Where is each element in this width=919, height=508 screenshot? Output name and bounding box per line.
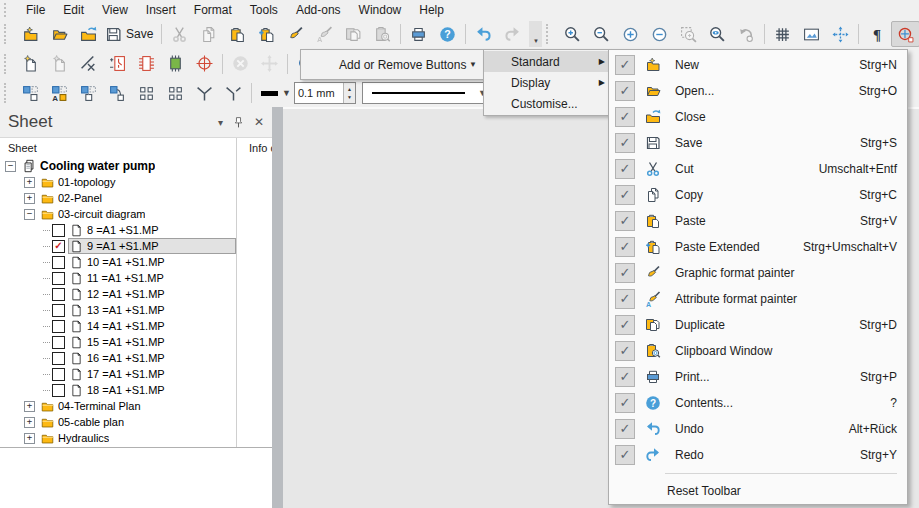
column-header-sheet[interactable]: Sheet [0, 138, 244, 158]
item-checkbox[interactable]: ✓ [615, 211, 635, 231]
snap-grid-button[interactable] [826, 21, 855, 47]
expander-minus-icon[interactable]: − [5, 161, 16, 172]
toolbar-grip[interactable] [4, 24, 12, 44]
paste-extended-button[interactable] [252, 21, 281, 47]
item-checkbox[interactable]: ✓ [615, 289, 635, 309]
edit-component-button[interactable] [132, 51, 161, 77]
t-junction-button[interactable] [190, 80, 219, 106]
delete-mode-button[interactable] [226, 51, 255, 77]
page-checkbox[interactable]: ✓ [52, 224, 65, 237]
menu-item-clipboard-window[interactable]: ✓Clipboard Window [609, 338, 907, 364]
expander-minus-icon[interactable]: − [24, 209, 35, 220]
panel-pin-icon[interactable] [232, 116, 245, 129]
menu-help[interactable]: Help [410, 1, 453, 19]
menu-item-open[interactable]: ✓Open...Strg+O [609, 78, 907, 104]
submenu-item-customise[interactable]: Customise... [484, 93, 610, 114]
tree-row-body[interactable]: 8 =A1 +S1.MP [68, 222, 236, 238]
menu-item-contents[interactable]: ✓?Contents...? [609, 390, 907, 416]
reset-toolbar-item[interactable]: Reset Toolbar [609, 478, 907, 504]
tree-folder-01-topology[interactable]: +01-topology [0, 174, 236, 190]
tree-row-body[interactable]: 04-Terminal Plan [39, 398, 236, 414]
tree-row-body[interactable]: 01-topology [39, 174, 236, 190]
tree-row-body[interactable]: 12 =A1 +S1.MP [68, 286, 236, 302]
toolbar-overflow-button[interactable]: ▼ [529, 21, 542, 47]
tree-row-body[interactable]: 10 =A1 +S1.MP [68, 254, 236, 270]
tree-page-11-a1-s1-mp[interactable]: ✓11 =A1 +S1.MP [0, 270, 236, 286]
page-checkbox[interactable]: ✓ [52, 304, 65, 317]
spin-up-icon[interactable]: ▲ [344, 85, 355, 93]
toolbar-grip[interactable] [4, 83, 12, 103]
expander-plus-icon[interactable]: + [24, 193, 35, 204]
tree-folder-02-panel[interactable]: +02-Panel [0, 190, 236, 206]
page-checkbox[interactable]: ✓ [52, 288, 65, 301]
menu-format[interactable]: Format [185, 1, 241, 19]
menu-item-attribute-format-painter[interactable]: ✓AAttribute format painter [609, 286, 907, 312]
item-checkbox[interactable]: ✓ [615, 367, 635, 387]
graphic-format-painter-button[interactable] [281, 21, 310, 47]
toggle-grid-button[interactable] [768, 21, 797, 47]
zoom-in-button[interactable] [558, 21, 587, 47]
item-checkbox[interactable]: ✓ [615, 315, 635, 335]
snap-point-button[interactable] [891, 21, 919, 47]
menu-add-ons[interactable]: Add-ons [287, 1, 350, 19]
menu-item-graphic-format-painter[interactable]: ✓Graphic format painter [609, 260, 907, 286]
menu-item-close[interactable]: ✓Close [609, 104, 907, 130]
item-checkbox[interactable]: ✓ [615, 445, 635, 465]
save-button[interactable]: Save [103, 21, 158, 47]
tree-row-body[interactable]: 05-cable plan [39, 414, 236, 430]
tree-page-16-a1-s1-mp[interactable]: ✓16 =A1 +S1.MP [0, 350, 236, 366]
t-junction-alt-button[interactable] [219, 80, 248, 106]
menu-view[interactable]: View [93, 1, 137, 19]
insert-connector-button[interactable] [103, 80, 132, 106]
clipboard-window-button[interactable] [368, 21, 397, 47]
tree-row-body[interactable]: 03-circuit diagram [39, 206, 236, 222]
duplicate-button[interactable] [339, 21, 368, 47]
page-checkbox[interactable]: ✓ [52, 240, 65, 253]
item-checkbox[interactable]: ✓ [615, 393, 635, 413]
submenu-item-standard[interactable]: Standard▶ [484, 51, 610, 72]
menu-item-redo[interactable]: ✓RedoStrg+Y [609, 442, 907, 468]
page-checkbox[interactable]: ✓ [52, 368, 65, 381]
distribute-objects-button[interactable] [161, 80, 190, 106]
menu-item-duplicate[interactable]: ✓DuplicateStrg+D [609, 312, 907, 338]
trim-line-button[interactable] [74, 51, 103, 77]
add-remove-buttons-popup[interactable]: Add or Remove Buttons ▼ [300, 49, 487, 80]
edit-symbol-button[interactable] [103, 51, 132, 77]
column-header-info[interactable]: Info c [244, 138, 272, 158]
tree-row-body[interactable]: 14 =A1 +S1.MP [68, 318, 236, 334]
tree-row-body[interactable]: 13 =A1 +S1.MP [68, 302, 236, 318]
item-checkbox[interactable]: ✓ [615, 237, 635, 257]
edit-block-button[interactable] [161, 51, 190, 77]
menu-item-paste-extended[interactable]: ✓Paste ExtendedStrg+Umschalt+V [609, 234, 907, 260]
attribute-format-painter-button[interactable]: A [310, 21, 339, 47]
expander-plus-icon[interactable]: + [24, 417, 35, 428]
submenu-item-display[interactable]: Display▶ [484, 72, 610, 93]
zoom-out-button[interactable] [587, 21, 616, 47]
new-from-template-button[interactable] [45, 51, 74, 77]
item-checkbox[interactable]: ✓ [615, 81, 635, 101]
paste-button[interactable] [223, 21, 252, 47]
toolbar-grip[interactable] [4, 54, 12, 74]
menu-item-undo[interactable]: ✓UndoAlt+Rück [609, 416, 907, 442]
line-style-combo[interactable]: ▼ [362, 82, 492, 104]
insert-macro-variant-button[interactable] [74, 80, 103, 106]
item-checkbox[interactable]: ✓ [615, 185, 635, 205]
panel-dropdown-icon[interactable]: ▾ [218, 117, 223, 128]
spin-down-icon[interactable]: ▼ [344, 93, 355, 101]
menubar-grip[interactable] [4, 3, 11, 17]
item-checkbox[interactable]: ✓ [615, 263, 635, 283]
menu-file[interactable]: File [17, 1, 54, 19]
insert-macro-button[interactable] [16, 80, 45, 106]
tree-page-13-a1-s1-mp[interactable]: ✓13 =A1 +S1.MP [0, 302, 236, 318]
menu-window[interactable]: Window [350, 1, 411, 19]
zoom-all-button[interactable] [703, 21, 732, 47]
menu-insert[interactable]: Insert [137, 1, 185, 19]
tree-row-body[interactable]: 15 =A1 +S1.MP [68, 334, 236, 350]
page-checkbox[interactable]: ✓ [52, 256, 65, 269]
new-sheet-button[interactable] [16, 51, 45, 77]
tree-folder-05-cable-plan[interactable]: +05-cable plan [0, 414, 236, 430]
expander-plus-icon[interactable]: + [24, 401, 35, 412]
align-objects-button[interactable] [132, 80, 161, 106]
snap-crosshair-button[interactable] [190, 51, 219, 77]
tree-page-8-a1-s1-mp[interactable]: ✓8 =A1 +S1.MP [0, 222, 236, 238]
